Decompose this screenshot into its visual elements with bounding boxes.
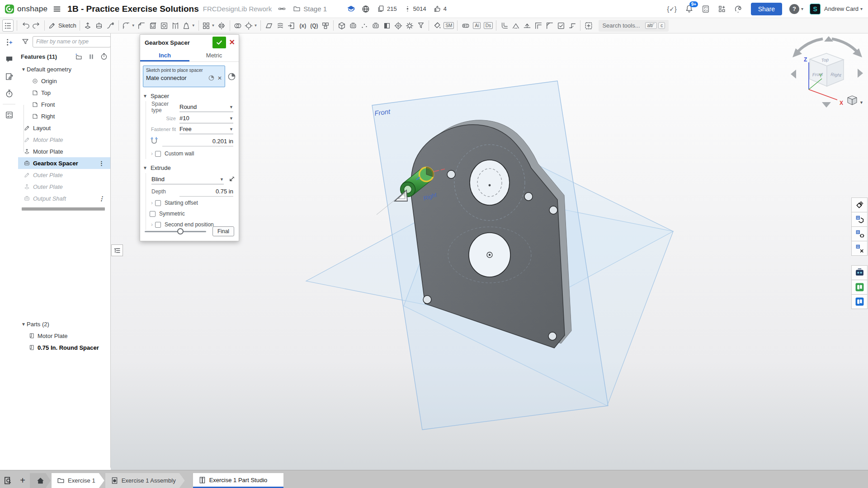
chevron-down-icon[interactable]: ▼ (20, 322, 27, 327)
toolbar-cam-button[interactable] (392, 19, 404, 32)
chevron-down-icon[interactable]: ▼ (212, 23, 215, 28)
panel-mkcad-library-tab[interactable] (851, 265, 868, 280)
folder-name[interactable]: Stage 1 (303, 5, 327, 13)
feature-row-default-geometry[interactable]: ▼Default geometry (18, 63, 110, 75)
toolbar-point-pattern-button[interactable] (359, 19, 370, 32)
toolbar-corner-button[interactable] (533, 19, 544, 32)
notifications-bell-icon[interactable]: 9+ (685, 5, 693, 13)
sketch-point-selection-box[interactable]: Sketch point to place spacer Mate connec… (143, 66, 225, 87)
feature-row-front[interactable]: Front (18, 99, 110, 110)
clear-selection-icon[interactable]: ✕ (217, 75, 222, 81)
toolbar-hole-button[interactable] (159, 19, 170, 32)
panel-edit-document-button[interactable] (0, 68, 18, 85)
help-caret-icon[interactable]: ▾ (801, 6, 803, 11)
onshape-logo[interactable]: onshape (5, 4, 47, 14)
panel-comments-button[interactable] (0, 51, 18, 68)
tab-exercise-1-assembly[interactable]: Exercise 1 Assembly (105, 473, 185, 488)
toolbar-bend-button[interactable] (510, 19, 521, 32)
regeneration-time-icon[interactable] (100, 53, 108, 60)
extrude-section-header[interactable]: ▼ Extrude (140, 162, 239, 173)
chevron-down-icon[interactable]: ▼ (192, 23, 195, 28)
panel-configurations-tab[interactable] (851, 212, 868, 227)
custom-wall-checkbox[interactable] (155, 151, 161, 157)
starting-offset-checkbox[interactable] (155, 200, 161, 206)
toolbar-extrude-button[interactable] (82, 19, 94, 32)
chevron-down-icon[interactable]: ▼ (20, 67, 27, 72)
toolbar-shell-button[interactable] (147, 19, 159, 32)
toolbar-frame-button[interactable] (320, 19, 331, 32)
tab-exercise-1-part-studio[interactable]: Exercise 1 Part Studio (193, 473, 284, 488)
panel-training-library-tab[interactable] (851, 280, 868, 295)
feature-row-outer-plate[interactable]: Outer Plate (18, 169, 110, 181)
toolbar-color-part-button[interactable] (381, 19, 392, 32)
home-tab-button[interactable] (30, 473, 51, 488)
toolbar-linear-pattern-button[interactable]: ▼ (201, 19, 216, 32)
spacer-type-dropdown[interactable]: Round ▼ (179, 102, 233, 112)
panel-history-button[interactable] (0, 85, 18, 102)
feature-row-layout[interactable]: Layout (18, 122, 110, 134)
cancel-button[interactable]: ✕ (229, 39, 235, 46)
task-list-icon[interactable] (702, 5, 710, 13)
part-row-0-75-in-round-spacer[interactable]: 0.75 In. Round Spacer (18, 342, 110, 353)
add-mate-connector-icon[interactable] (227, 72, 236, 81)
depth-field[interactable]: 0.75 in (179, 187, 233, 197)
mount-hole[interactable] (549, 206, 557, 214)
toolbar-primitive-box-button[interactable] (336, 19, 347, 32)
toolbar-undo-button[interactable] (19, 19, 31, 32)
help-button[interactable]: ? (789, 4, 799, 14)
tab-exercise-1-folder[interactable]: Exercise 1 (52, 473, 104, 488)
toolbar-ai-tool-button[interactable]: Ai (471, 19, 482, 32)
public-globe-icon[interactable] (362, 5, 370, 13)
expand-chevron-icon[interactable]: › (149, 150, 155, 157)
panel-configured-features-tab[interactable] (851, 226, 868, 241)
chevron-down-icon[interactable]: ▼ (254, 23, 258, 28)
toolbar-variable-button[interactable]: (x) (297, 19, 308, 32)
tab-search-icon[interactable] (0, 473, 15, 488)
chevron-down-icon[interactable]: ▼ (132, 23, 135, 28)
hole-diameter-field[interactable]: 0.201 in (162, 136, 233, 146)
toolbar-flange-button[interactable] (499, 19, 510, 32)
size-dropdown[interactable]: #10 ▼ (179, 113, 233, 123)
toolbar-gear-button[interactable] (404, 19, 415, 32)
mount-hole[interactable] (524, 192, 533, 201)
panel-appearance-tab[interactable] (851, 197, 868, 212)
mount-hole[interactable] (548, 332, 557, 340)
feature-row-origin[interactable]: Origin (18, 75, 110, 87)
end-type-dropdown[interactable]: Blind ▼ (151, 174, 224, 184)
toolbar-insert-tool-button[interactable] (583, 19, 594, 32)
toolbar-funnel-button[interactable] (415, 19, 426, 32)
toolbar-mirror-button[interactable] (216, 19, 227, 32)
fastener-fit-dropdown[interactable]: Free ▼ (179, 124, 233, 134)
versions-stat[interactable]: 5014 (404, 5, 426, 13)
toolbar-import-button[interactable] (286, 19, 297, 32)
toolbar-redo-button[interactable] (31, 19, 42, 32)
toolbar-sketch-button[interactable]: Sketch (47, 19, 77, 32)
feature-row-motor-plate[interactable]: Motor Plate (18, 134, 110, 145)
workspace-name[interactable]: FRCDesignLib Rework (203, 5, 272, 13)
document-title[interactable]: 1B - Practice Exercise Solutions (67, 4, 198, 14)
toolbar-feature-list-toggle-button[interactable] (2, 19, 14, 32)
toolbar-sheet-metal-button[interactable]: SM (443, 19, 455, 32)
gearbox-bore-hole[interactable] (470, 160, 509, 205)
toolbar-measure-button[interactable] (460, 19, 471, 32)
preview-slider[interactable] (145, 231, 206, 232)
learning-center-icon[interactable] (347, 5, 355, 13)
feature-status-dots-icon[interactable]: ⋮ (96, 195, 108, 202)
feature-row-top[interactable]: Top (18, 87, 110, 99)
rollback-bar[interactable] (22, 207, 105, 211)
new-tab-button[interactable]: + (15, 473, 30, 488)
user-name[interactable]: Andrew Card (824, 5, 859, 12)
toolbar-plane-button[interactable] (263, 19, 274, 32)
toolbar-mkcad-feature-button[interactable] (347, 19, 359, 32)
tab-inch[interactable]: Inch (140, 50, 189, 61)
main-menu-icon[interactable] (53, 5, 61, 13)
user-avatar[interactable]: S (810, 4, 821, 14)
view-menu-caret-icon[interactable]: ▼ (859, 100, 863, 105)
tab-metric[interactable]: Metric (189, 50, 239, 61)
app-store-icon[interactable] (718, 5, 726, 13)
toolbar-corner-chamfer-button[interactable] (544, 19, 555, 32)
likes-stat[interactable]: 4 (434, 5, 447, 13)
toolbar-draft-button[interactable]: ▼ (181, 19, 196, 32)
feature-row-gearbox-spacer[interactable]: Gearbox Spacer⋮ (18, 157, 110, 169)
toolbar-finish-button[interactable] (555, 19, 566, 32)
